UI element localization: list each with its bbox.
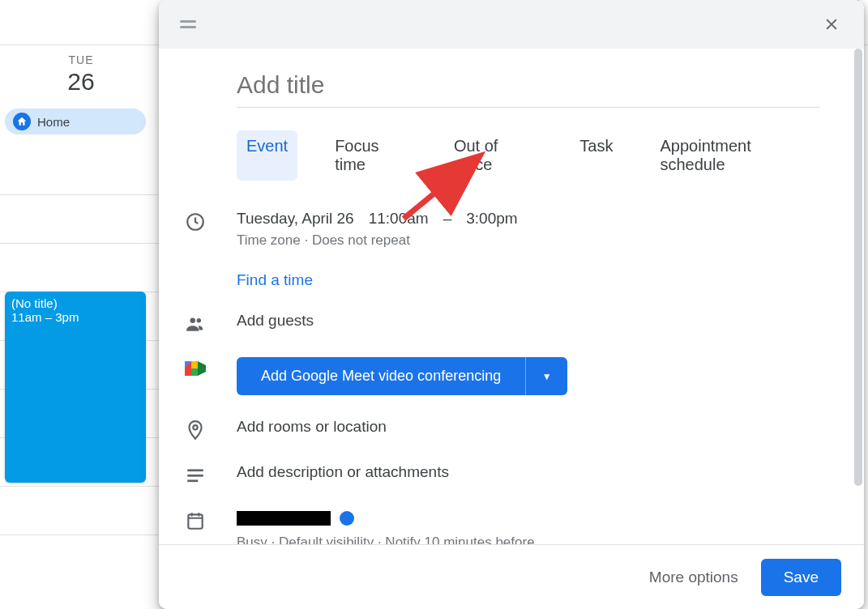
time-separator: – bbox=[443, 210, 452, 228]
busy-status[interactable]: Busy bbox=[237, 534, 267, 544]
tab-event[interactable]: Event bbox=[237, 130, 297, 181]
calendar-color-dot bbox=[340, 511, 354, 526]
day-number: 26 bbox=[0, 68, 162, 96]
find-a-time-link[interactable]: Find a time bbox=[237, 271, 815, 289]
close-button[interactable] bbox=[815, 8, 848, 40]
event-end: 3:00pm bbox=[466, 210, 517, 228]
svg-marker-6 bbox=[198, 361, 206, 376]
event-title: (No title) bbox=[11, 296, 139, 310]
visibility-status[interactable]: Default visibility bbox=[279, 534, 374, 544]
event-type-tabs: Event Focus time Out of office Task Appo… bbox=[237, 130, 815, 181]
save-button[interactable]: Save bbox=[761, 559, 841, 596]
day-header: TUE 26 bbox=[0, 45, 162, 100]
home-chip[interactable]: Home bbox=[5, 109, 146, 134]
redacted-name bbox=[237, 511, 331, 526]
chevron-down-icon: ▼ bbox=[542, 371, 552, 382]
notification-status[interactable]: Notify 10 minutes before bbox=[385, 534, 534, 544]
svg-rect-11 bbox=[187, 479, 198, 482]
home-label: Home bbox=[37, 115, 70, 129]
description-icon bbox=[183, 463, 237, 486]
location-input[interactable]: Add rooms or location bbox=[237, 418, 815, 436]
meet-dropdown-button[interactable]: ▼ bbox=[525, 357, 567, 395]
recurrence-link[interactable]: Does not repeat bbox=[312, 232, 410, 248]
add-meet-button[interactable]: Add Google Meet video conferencing bbox=[237, 357, 525, 395]
calendar-owner[interactable] bbox=[237, 509, 815, 526]
svg-rect-10 bbox=[187, 475, 203, 477]
modal-header bbox=[159, 0, 864, 49]
google-meet-icon bbox=[183, 357, 237, 378]
svg-rect-4 bbox=[191, 361, 198, 368]
drag-handle-icon[interactable] bbox=[180, 20, 196, 28]
event-start: 11:00am bbox=[369, 210, 429, 228]
svg-point-2 bbox=[197, 318, 201, 322]
title-input[interactable] bbox=[237, 68, 820, 108]
svg-rect-5 bbox=[191, 368, 198, 376]
day-name: TUE bbox=[0, 53, 162, 66]
event-editor-modal: Event Focus time Out of office Task Appo… bbox=[159, 0, 864, 609]
clock-icon bbox=[183, 210, 237, 232]
calendar-event[interactable]: (No title) 11am – 3pm bbox=[5, 292, 146, 483]
people-icon bbox=[183, 312, 237, 334]
calendar-icon bbox=[183, 509, 237, 531]
more-options-button[interactable]: More options bbox=[644, 560, 743, 594]
datetime-picker[interactable]: Tuesday, April 26 11:00am – 3:00pm bbox=[237, 210, 815, 228]
event-date: Tuesday, April 26 bbox=[237, 210, 354, 228]
home-icon bbox=[13, 113, 31, 130]
tab-task[interactable]: Task bbox=[570, 130, 622, 181]
location-icon bbox=[183, 418, 237, 441]
svg-point-8 bbox=[193, 425, 197, 429]
tab-appointment-schedule[interactable]: Appointment schedule bbox=[650, 130, 815, 181]
tab-out-of-office[interactable]: Out of office bbox=[444, 130, 542, 181]
svg-point-1 bbox=[190, 317, 196, 323]
description-input[interactable]: Add description or attachments bbox=[237, 463, 815, 481]
svg-rect-9 bbox=[187, 469, 203, 471]
modal-footer: More options Save bbox=[159, 544, 864, 609]
tab-focus-time[interactable]: Focus time bbox=[325, 130, 417, 181]
svg-rect-12 bbox=[188, 514, 202, 528]
event-time: 11am – 3pm bbox=[11, 310, 139, 324]
timezone-link[interactable]: Time zone bbox=[237, 232, 301, 248]
add-guests-input[interactable]: Add guests bbox=[237, 312, 815, 330]
